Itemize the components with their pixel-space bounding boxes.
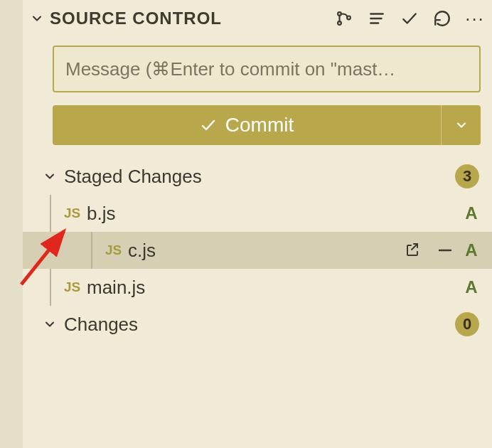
panel-header: SOURCE CONTROL ···: [23, 0, 492, 37]
more-actions-icon[interactable]: ···: [465, 9, 485, 28]
commit-area: Commit: [23, 37, 492, 145]
file-name: main.js: [87, 277, 455, 299]
changes-tree: Staged Changes 3 JSb.jsAJSc.jsAJSmain.js…: [23, 158, 492, 343]
unstage-icon[interactable]: [435, 240, 455, 260]
staged-changes-section[interactable]: Staged Changes 3: [23, 158, 492, 195]
file-status-badge: A: [464, 277, 479, 297]
view-list-icon[interactable]: [367, 9, 387, 28]
tree-indent-guide: [50, 195, 51, 232]
panel-title: SOURCE CONTROL: [50, 9, 222, 28]
js-file-icon: JS: [105, 242, 128, 258]
source-control-panel: SOURCE CONTROL ···: [23, 0, 492, 448]
count-badge: 3: [455, 164, 479, 188]
commit-button[interactable]: Commit: [53, 105, 441, 145]
chevron-down-icon: [43, 317, 58, 331]
checkmark-icon[interactable]: [400, 9, 419, 28]
commit-dropdown-button[interactable]: [441, 105, 481, 145]
js-file-icon: JS: [64, 206, 87, 221]
checkmark-icon: [200, 117, 217, 134]
branch-graph-icon[interactable]: [334, 9, 354, 28]
file-row[interactable]: JSb.jsA: [23, 195, 492, 232]
section-label: Changes: [64, 314, 455, 336]
file-name: b.js: [87, 203, 455, 225]
file-name: c.js: [128, 240, 402, 262]
staged-files-list: JSb.jsAJSc.jsAJSmain.jsA: [23, 195, 492, 306]
section-label: Staged Changes: [64, 166, 455, 188]
commit-button-row: Commit: [53, 105, 481, 145]
count-badge: 0: [455, 312, 479, 336]
collapse-panel-icon[interactable]: [28, 10, 46, 27]
tree-indent-guide: [50, 269, 51, 306]
file-row[interactable]: JSmain.jsA: [23, 269, 492, 306]
file-row[interactable]: JSc.jsA: [23, 232, 492, 269]
window-left-gutter: [0, 0, 23, 448]
commit-button-label: Commit: [225, 114, 294, 137]
panel-header-actions: ···: [334, 9, 485, 28]
file-status-badge: A: [464, 203, 479, 223]
changes-section[interactable]: Changes 0: [23, 306, 492, 343]
tree-indent-guide: [91, 232, 92, 269]
js-file-icon: JS: [64, 279, 87, 295]
file-status-badge: A: [464, 240, 479, 260]
open-file-icon[interactable]: [402, 240, 422, 260]
chevron-down-icon: [43, 169, 58, 183]
chevron-down-icon: [454, 118, 469, 132]
commit-message-input[interactable]: [53, 46, 481, 92]
refresh-icon[interactable]: [432, 9, 452, 28]
file-row-actions: [402, 240, 455, 260]
